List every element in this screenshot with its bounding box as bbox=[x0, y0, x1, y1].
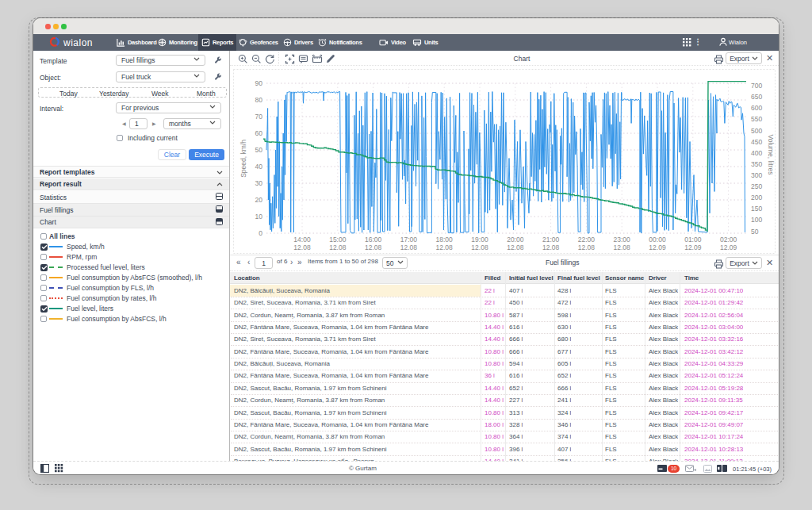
svg-text:50: 50 bbox=[255, 146, 263, 154]
svg-text:14:00: 14:00 bbox=[293, 236, 311, 243]
svg-text:0: 0 bbox=[259, 229, 262, 237]
svg-text:21:00: 21:00 bbox=[542, 236, 560, 243]
svg-text:500: 500 bbox=[751, 127, 762, 135]
svg-text:650: 650 bbox=[751, 93, 762, 101]
svg-text:18:00: 18:00 bbox=[436, 236, 454, 243]
svg-text:50: 50 bbox=[751, 228, 759, 236]
svg-text:12.09: 12.09 bbox=[684, 243, 702, 251]
svg-text:12.08: 12.08 bbox=[542, 243, 560, 251]
svg-text:12.08: 12.08 bbox=[614, 243, 631, 251]
svg-text:450: 450 bbox=[751, 138, 762, 146]
svg-text:550: 550 bbox=[751, 115, 762, 123]
svg-text:10: 10 bbox=[255, 213, 263, 220]
svg-text:16:00: 16:00 bbox=[365, 236, 382, 243]
svg-text:400: 400 bbox=[751, 149, 762, 157]
svg-text:300: 300 bbox=[751, 171, 762, 179]
svg-text:90: 90 bbox=[255, 79, 263, 87]
svg-text:600: 600 bbox=[751, 104, 762, 112]
svg-text:Volume, litres: Volume, litres bbox=[767, 134, 775, 174]
svg-text:Speed, km/h: Speed, km/h bbox=[239, 140, 247, 178]
svg-text:20: 20 bbox=[255, 196, 263, 204]
svg-text:700: 700 bbox=[751, 82, 762, 90]
svg-text:00:00: 00:00 bbox=[649, 236, 666, 243]
svg-text:12.08: 12.08 bbox=[365, 243, 382, 251]
svg-text:23:00: 23:00 bbox=[614, 236, 631, 243]
svg-text:40: 40 bbox=[255, 163, 263, 171]
svg-text:250: 250 bbox=[751, 182, 762, 190]
svg-text:01:00: 01:00 bbox=[684, 236, 702, 243]
svg-text:17:00: 17:00 bbox=[400, 236, 418, 243]
svg-text:350: 350 bbox=[751, 160, 762, 168]
svg-text:12.09: 12.09 bbox=[649, 243, 666, 251]
svg-text:150: 150 bbox=[751, 205, 762, 213]
svg-text:30: 30 bbox=[255, 179, 263, 187]
svg-text:80: 80 bbox=[255, 96, 263, 104]
svg-text:200: 200 bbox=[751, 194, 762, 201]
svg-text:20:00: 20:00 bbox=[507, 236, 524, 243]
svg-text:12.08: 12.08 bbox=[293, 243, 311, 251]
svg-text:12.08: 12.08 bbox=[329, 243, 347, 251]
svg-text:12.08: 12.08 bbox=[400, 243, 418, 251]
svg-text:100: 100 bbox=[751, 216, 762, 224]
svg-text:60: 60 bbox=[255, 129, 263, 137]
svg-text:12.08: 12.08 bbox=[578, 243, 596, 251]
svg-text:12.08: 12.08 bbox=[507, 243, 524, 251]
svg-text:12.09: 12.09 bbox=[720, 243, 737, 251]
svg-text:02:00: 02:00 bbox=[720, 236, 737, 243]
svg-text:15:00: 15:00 bbox=[329, 236, 347, 243]
svg-text:22:00: 22:00 bbox=[578, 236, 596, 243]
svg-text:12.08: 12.08 bbox=[436, 243, 454, 251]
svg-text:12.08: 12.08 bbox=[471, 243, 488, 251]
svg-text:70: 70 bbox=[255, 113, 263, 121]
svg-text:19:00: 19:00 bbox=[471, 236, 488, 243]
